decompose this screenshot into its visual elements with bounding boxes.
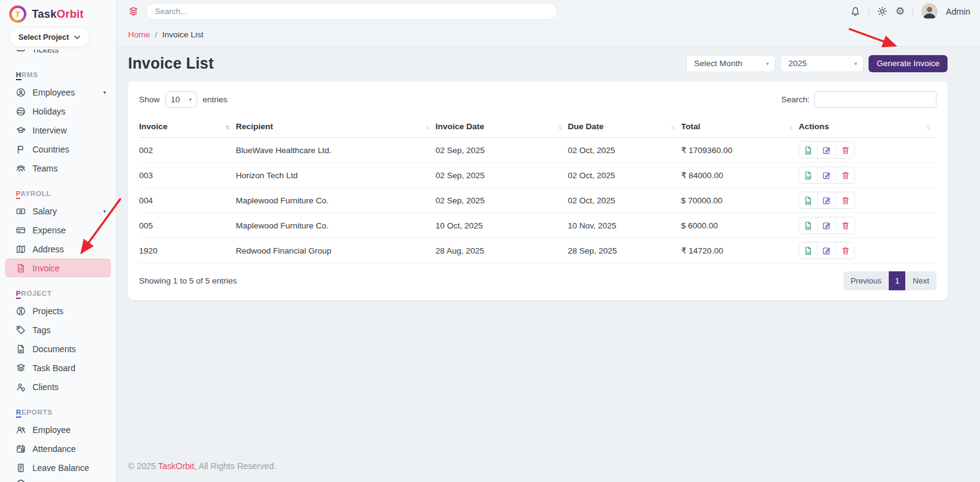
cell-invoice-date: 28 Aug, 2025 (435, 246, 568, 255)
sidebar-item-address[interactable]: Address (0, 239, 116, 258)
table-search-label: Search: (781, 95, 810, 104)
client-pin-icon (16, 382, 26, 392)
column-header-recipient[interactable]: Recipient↑↓ (236, 116, 435, 137)
sidebar-item-leave-balance-report[interactable]: Leave Balance (0, 458, 116, 477)
column-header-invoice-date[interactable]: Invoice Date↑↓ (435, 116, 568, 137)
edit-invoice-button[interactable] (818, 142, 836, 158)
edit-invoice-button[interactable] (818, 167, 836, 183)
sidebar-item-label: Employees (32, 88, 75, 97)
breadcrumb-home-link[interactable]: Home (128, 30, 150, 39)
cell-total: ₹ 84000.00 (681, 170, 799, 180)
pagination: Previous 1 Next (843, 271, 937, 290)
sidebar-item-invoice[interactable]: Invoice (5, 258, 111, 277)
sidebar-item-interview[interactable]: Interview (0, 121, 116, 140)
user-name[interactable]: Admin (946, 7, 970, 17)
sidebar-item-task-board[interactable]: Task Board (0, 358, 116, 377)
show-label: Show (139, 95, 160, 104)
year-filter-select[interactable]: 2025 ▾ (780, 55, 864, 72)
column-header-invoice[interactable]: Invoice↑↓ (139, 116, 236, 137)
sidebar-item-label: Projects (32, 306, 64, 316)
settings-gear-icon[interactable]: ⚙ (895, 6, 905, 17)
delete-invoice-button[interactable] (836, 243, 854, 258)
cell-total: $ 70000.00 (681, 196, 799, 205)
column-header-actions[interactable]: Actions↑↓ (799, 116, 937, 137)
sort-icon: ↑↓ (671, 123, 674, 130)
download-pdf-button[interactable]: PDF (799, 217, 818, 233)
edit-invoice-button[interactable] (818, 192, 836, 208)
download-pdf-button[interactable]: PDF (799, 243, 818, 258)
footer-brand-link[interactable]: TaskOrbit (158, 461, 194, 471)
page-size-select[interactable]: 10 ▾ (165, 91, 197, 108)
table-search-input[interactable] (814, 91, 937, 108)
brand[interactable]: T TaskOrbit (0, 0, 116, 25)
taskorbit-logo-icon: T (9, 6, 26, 23)
sort-icon: ↑↓ (225, 123, 228, 130)
edit-invoice-button[interactable] (818, 217, 836, 233)
sort-icon: ↑↓ (788, 123, 791, 130)
table-row: 004 Maplewood Furniture Co. 02 Sep, 2025… (139, 188, 937, 213)
notification-bell-icon[interactable] (850, 6, 861, 17)
sidebar-item-holidays[interactable]: Holidays (0, 102, 116, 121)
edit-invoice-button[interactable] (818, 243, 836, 258)
select-project-button[interactable]: Select Project (10, 28, 89, 47)
chevron-down-icon: ▾ (103, 89, 106, 96)
calendar-clock-icon (16, 444, 26, 454)
sidebar-item-salary[interactable]: Salary ▾ (0, 201, 116, 220)
sidebar-item-clients[interactable]: Clients (0, 377, 116, 396)
delete-invoice-button[interactable] (836, 142, 854, 158)
column-header-due-date[interactable]: Due Date↑↓ (568, 116, 681, 137)
pagination-next-button[interactable]: Next (905, 271, 937, 290)
user-circle-icon (16, 88, 26, 97)
sidebar-item-teams[interactable]: Teams (0, 159, 116, 178)
year-filter-value: 2025 (788, 59, 807, 68)
brand-name: TaskOrbit (32, 8, 84, 21)
ticket-icon (16, 50, 26, 55)
sidebar-toggle-stack-icon[interactable] (128, 6, 139, 17)
sort-icon: ↑↓ (425, 123, 428, 130)
sidebar-section-payroll: PAYROLL (0, 178, 116, 201)
delete-invoice-button[interactable] (836, 167, 854, 183)
column-header-total[interactable]: Total↑↓ (681, 116, 799, 137)
sidebar-item-countries[interactable]: Countries (0, 140, 116, 159)
list-card-icon (16, 463, 26, 473)
cell-recipient: Maplewood Furniture Co. (236, 221, 435, 230)
pagination-previous-button[interactable]: Previous (843, 271, 889, 290)
sidebar-section-hrms: HRMS (0, 59, 116, 83)
global-search-input[interactable] (146, 3, 557, 20)
table-row: 1920 Redwood Financial Group 28 Aug, 202… (139, 238, 937, 263)
month-filter-select[interactable]: Select Month ▾ (686, 55, 775, 72)
download-pdf-button[interactable]: PDF (799, 167, 818, 183)
sidebar-item-tickets-clipped[interactable]: Tickets (0, 50, 116, 58)
sidebar-item-employees[interactable]: Employees ▾ (0, 83, 116, 102)
cell-invoice-date: 02 Sep, 2025 (435, 196, 568, 205)
sidebar-item-attendance-report[interactable]: Attendance (0, 439, 116, 458)
sidebar-item-employee-report[interactable]: Employee (0, 420, 116, 439)
chevron-down-icon: ▾ (766, 61, 769, 67)
cell-invoice-date: 02 Sep, 2025 (435, 171, 568, 180)
chevron-down-icon: ▾ (103, 208, 106, 214)
generate-invoice-button[interactable]: Generate Invoice (869, 55, 948, 72)
sort-icon: ↑↓ (926, 123, 929, 130)
cell-invoice: 002 (139, 146, 236, 155)
sidebar-item-tags[interactable]: Tags (0, 320, 116, 339)
user-avatar[interactable] (921, 3, 938, 20)
invoice-file-icon (16, 263, 26, 273)
download-pdf-button[interactable]: PDF (799, 142, 818, 158)
topbar: ⚙ Admin (116, 0, 980, 23)
sidebar-section-project: PROJECT (0, 277, 116, 301)
main-content: Invoice List Select Month ▾ 2025 ▾ Gener… (116, 47, 980, 482)
sidebar-item-projects[interactable]: Projects (0, 301, 116, 320)
delete-invoice-button[interactable] (836, 192, 854, 208)
two-people-icon (16, 425, 26, 435)
theme-sun-icon[interactable] (877, 6, 888, 17)
delete-invoice-button[interactable] (836, 217, 854, 233)
sidebar-item-clipped[interactable] (0, 477, 116, 482)
sidebar-item-label: Address (32, 244, 64, 254)
sidebar-item-label: Attendance (32, 444, 76, 454)
sidebar-item-label: Leave Balance (32, 463, 89, 473)
pagination-page-1-button[interactable]: 1 (889, 271, 905, 290)
table-row: 005 Maplewood Furniture Co. 10 Oct, 2025… (139, 213, 937, 238)
sidebar-item-expense[interactable]: Expense (0, 220, 116, 239)
download-pdf-button[interactable]: PDF (799, 192, 818, 208)
sidebar-item-documents[interactable]: Documents (0, 339, 116, 358)
